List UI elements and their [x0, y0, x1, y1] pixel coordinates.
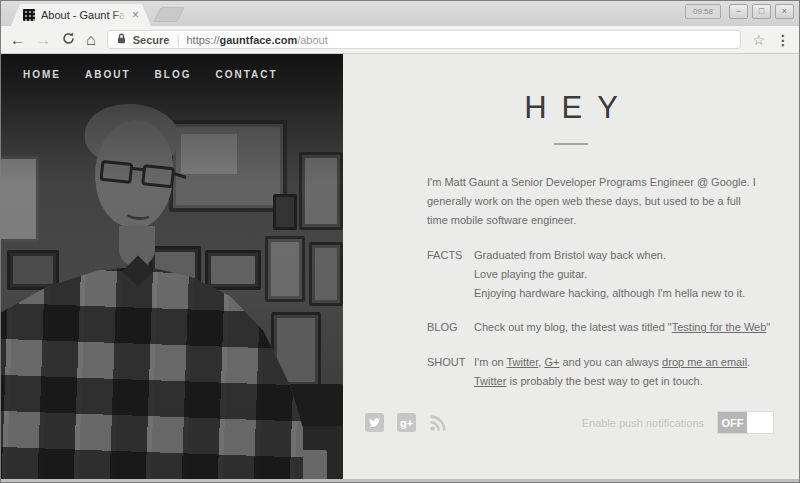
facts-label: FACTS	[427, 246, 474, 303]
gauntface-favicon-icon	[23, 9, 35, 21]
twitter-link[interactable]: Twitter	[506, 356, 538, 368]
home-icon[interactable]: ⌂	[86, 32, 96, 48]
fact-line: Graduated from Bristol way back when.	[474, 246, 772, 265]
page-footer: g+ Enable push notifications OFF	[365, 411, 774, 434]
push-notifications: Enable push notifications OFF	[582, 411, 774, 434]
page-title: HEY	[343, 90, 799, 126]
gplus-link[interactable]: G+	[544, 356, 559, 368]
twitter-icon[interactable]	[365, 413, 384, 432]
bookmark-star-icon[interactable]: ☆	[752, 33, 765, 47]
url-host: gauntface.com	[220, 34, 298, 46]
tab-title: About - Gaunt Fa	[41, 9, 126, 21]
nav-item-about[interactable]: ABOUT	[85, 69, 131, 80]
push-toggle-knob	[747, 412, 773, 433]
about-main: HEY I'm Matt Gaunt a Senior Developer Pr…	[343, 54, 799, 479]
push-toggle[interactable]: OFF	[717, 411, 774, 434]
browser-toolbar: ← → ⌂ Secure | https://gauntface.com/abo…	[1, 26, 799, 54]
blog-body: Check out my blog, the latest was titled…	[474, 318, 772, 337]
push-label: Enable push notifications	[582, 417, 704, 429]
url-path: /about	[297, 34, 328, 46]
facts-section: FACTS Graduated from Bristol way back wh…	[427, 246, 773, 303]
social-links: g+	[365, 413, 448, 432]
plaid-shirt	[1, 266, 303, 479]
browser-tab[interactable]: About - Gaunt Fa ×	[11, 4, 151, 26]
tab-strip: About - Gaunt Fa × 09:58 − □ ×	[1, 1, 799, 26]
new-tab-button[interactable]	[153, 7, 184, 22]
rss-icon[interactable]	[429, 413, 448, 432]
profile-photo: HOME ABOUT BLOG CONTACT	[1, 54, 343, 479]
nav-item-home[interactable]: HOME	[23, 69, 61, 80]
window-indicator: 09:58	[685, 4, 721, 19]
shout-line-2: Twitter is probably the best way to get …	[474, 372, 772, 391]
blog-text: Check out my blog, the latest was titled…	[474, 321, 672, 333]
twitter-link-2[interactable]: Twitter	[474, 375, 506, 387]
push-toggle-state: OFF	[718, 412, 747, 433]
fact-line: Love playing the guitar.	[474, 265, 772, 284]
nav-item-contact[interactable]: CONTACT	[215, 69, 277, 80]
page-content: HOME ABOUT BLOG CONTACT HEY I'm Matt Gau…	[1, 54, 799, 482]
url-scheme: https://	[187, 34, 220, 46]
tab-close-icon[interactable]: ×	[132, 9, 139, 21]
shout-section: SHOUT I'm on Twitter, G+ and you can alw…	[427, 353, 773, 391]
address-bar[interactable]: Secure | https://gauntface.com/about	[107, 30, 742, 49]
minimize-button[interactable]: −	[729, 4, 748, 19]
window-controls: − □ ×	[729, 4, 794, 19]
reload-icon[interactable]	[62, 32, 75, 47]
blog-text-end: "	[766, 321, 770, 333]
about-copy: I'm Matt Gaunt a Senior Developer Progra…	[427, 173, 773, 391]
email-link[interactable]: drop me an email	[662, 356, 747, 368]
url-text[interactable]: https://gauntface.com/about	[187, 34, 328, 46]
portrait-person	[1, 54, 343, 479]
google-plus-icon[interactable]: g+	[397, 413, 416, 432]
window-close-button[interactable]: ×	[775, 4, 794, 19]
browser-menu-icon[interactable]: ⋮	[776, 33, 790, 47]
nav-item-blog[interactable]: BLOG	[155, 69, 192, 80]
forward-icon: →	[36, 32, 51, 47]
security-label: Secure	[133, 34, 170, 46]
blog-label: BLOG	[427, 318, 474, 337]
fact-line: Enjoying hardware hacking, although I'm …	[474, 284, 772, 303]
intro-text: I'm Matt Gaunt a Senior Developer Progra…	[427, 173, 763, 230]
site-nav: HOME ABOUT BLOG CONTACT	[23, 69, 278, 80]
maximize-button[interactable]: □	[752, 4, 771, 19]
blog-post-link[interactable]: Testing for the Web	[672, 321, 767, 333]
lock-icon	[117, 33, 126, 46]
browser-window: About - Gaunt Fa × 09:58 − □ × ← → ⌂ Sec…	[0, 0, 800, 483]
shout-body: I'm on Twitter, G+ and you can always dr…	[474, 353, 772, 391]
url-separator: |	[176, 33, 179, 47]
blog-section: BLOG Check out my blog, the latest was t…	[427, 318, 773, 337]
shout-line-1: I'm on Twitter, G+ and you can always dr…	[474, 353, 772, 372]
back-icon[interactable]: ←	[10, 32, 25, 47]
facts-body: Graduated from Bristol way back when. Lo…	[474, 246, 772, 303]
shout-label: SHOUT	[427, 353, 474, 391]
title-divider	[554, 143, 588, 145]
